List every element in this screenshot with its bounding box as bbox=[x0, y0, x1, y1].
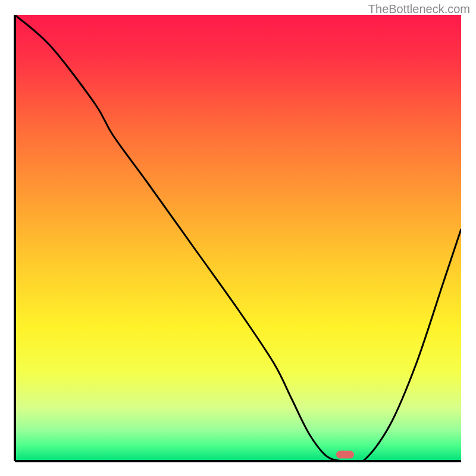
bottleneck-curve-path bbox=[15, 15, 461, 461]
watermark-text: TheBottleneck.com bbox=[368, 2, 470, 16]
bottleneck-chart: TheBottleneck.com bbox=[0, 0, 476, 476]
plot-area bbox=[15, 15, 461, 461]
optimal-marker bbox=[336, 450, 354, 458]
curve-layer bbox=[15, 15, 461, 461]
